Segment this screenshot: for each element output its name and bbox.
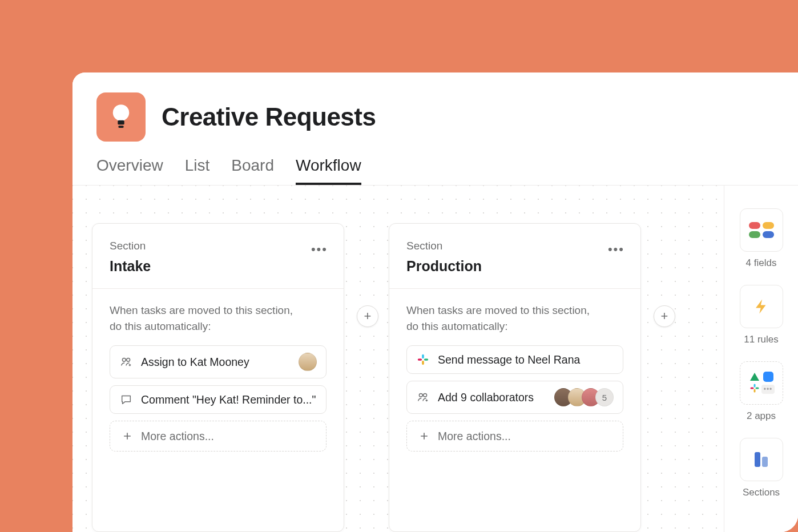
section-card-production[interactable]: ••• Section Production When tasks are mo… <box>389 223 641 532</box>
more-icon[interactable]: ••• <box>311 242 328 257</box>
more-apps-icon: ••• <box>761 385 775 394</box>
section-label: Section <box>110 240 327 252</box>
auto-suffix: do this automatically: <box>406 320 507 332</box>
add-section-button[interactable]: + <box>654 305 675 327</box>
collaborators-icon <box>416 390 430 404</box>
rule-text: Add 9 collaborators <box>438 391 534 404</box>
rule-text: Comment "Hey Kat! Reminder to..." <box>141 393 316 406</box>
more-actions-label: More actions... <box>438 430 511 443</box>
right-rail: 4 fields 11 rules ••• 2 apps <box>724 186 798 532</box>
comment-icon <box>119 393 133 406</box>
section-name: Intake <box>110 258 327 275</box>
more-icon[interactable]: ••• <box>608 242 624 257</box>
svg-rect-14 <box>750 388 753 389</box>
svg-rect-2 <box>118 126 124 128</box>
rail-sections-label: Sections <box>743 487 780 498</box>
project-title: Creative Requests <box>162 103 376 131</box>
rule-text: Send message to Neel Rana <box>438 353 580 366</box>
tab-list[interactable]: List <box>185 156 210 185</box>
auto-suffix: do this automatically: <box>110 320 211 332</box>
slack-icon <box>416 353 430 366</box>
project-icon <box>96 92 146 142</box>
apps-icon: ••• <box>749 372 774 394</box>
rail-rules-label: 11 rules <box>744 334 778 345</box>
more-actions-label: More actions... <box>141 430 214 443</box>
rule-collaborators[interactable]: Add 9 collaborators 5 <box>406 381 623 414</box>
project-header: Creative Requests Overview List Board Wo… <box>72 72 798 185</box>
auto-prefix: When tasks are moved to this section, <box>406 304 590 316</box>
svg-point-9 <box>419 393 422 397</box>
svg-rect-8 <box>418 358 422 361</box>
automation-hint: When tasks are moved to this section, do… <box>406 303 623 334</box>
tabs: Overview List Board Workflow <box>96 156 774 185</box>
svg-point-10 <box>424 393 427 397</box>
sections-icon <box>755 452 768 467</box>
svg-rect-6 <box>424 358 428 361</box>
svg-rect-7 <box>422 361 424 365</box>
rail-rules-card[interactable] <box>740 285 783 328</box>
rule-comment[interactable]: Comment "Hey Kat! Reminder to..." <box>110 385 327 414</box>
more-actions-button[interactable]: More actions... <box>110 421 327 452</box>
automation-hint: When tasks are moved to this section, do… <box>110 303 327 334</box>
workflow-canvas: ••• Section Intake When tasks are moved … <box>72 185 798 532</box>
rail-fields-label: 4 fields <box>746 257 777 269</box>
rule-text: Assign to Kat Mooney <box>141 356 249 369</box>
fields-icon <box>749 222 774 238</box>
slack-icon <box>749 383 760 396</box>
svg-rect-5 <box>422 354 424 358</box>
plus-icon <box>417 429 431 443</box>
tab-overview[interactable]: Overview <box>96 156 163 185</box>
section-label: Section <box>406 240 623 252</box>
app-window: Creative Requests Overview List Board Wo… <box>72 72 798 532</box>
rail-apps-card[interactable]: ••• <box>740 361 783 405</box>
svg-rect-12 <box>755 388 759 389</box>
svg-rect-1 <box>118 120 124 125</box>
section-name: Production <box>406 258 623 275</box>
svg-rect-11 <box>753 384 755 388</box>
more-actions-button[interactable]: More actions... <box>406 421 623 452</box>
rule-assign[interactable]: Assign to Kat Mooney <box>110 345 327 378</box>
gdrive-icon <box>750 373 759 381</box>
assign-icon <box>119 355 133 369</box>
auto-prefix: When tasks are moved to this section, <box>110 304 293 316</box>
tab-workflow[interactable]: Workflow <box>296 156 361 185</box>
zoom-icon <box>763 372 773 382</box>
section-card-intake[interactable]: ••• Section Intake When tasks are moved … <box>92 223 344 532</box>
plus-icon <box>120 429 134 443</box>
rail-sections-card[interactable] <box>740 438 783 481</box>
svg-point-0 <box>113 104 130 121</box>
avatar-count: 5 <box>595 388 614 406</box>
add-section-button[interactable]: + <box>357 305 378 327</box>
tab-board[interactable]: Board <box>231 156 274 185</box>
bolt-icon <box>753 298 770 315</box>
avatar <box>299 353 317 371</box>
lightbulb-icon <box>110 103 132 131</box>
rail-apps-label: 2 apps <box>747 410 776 422</box>
svg-point-3 <box>122 358 126 361</box>
rule-slack[interactable]: Send message to Neel Rana <box>406 345 623 374</box>
avatar-stack: 5 <box>554 388 614 406</box>
rail-fields-card[interactable] <box>740 208 783 252</box>
svg-rect-13 <box>753 389 755 393</box>
svg-point-4 <box>127 358 130 361</box>
